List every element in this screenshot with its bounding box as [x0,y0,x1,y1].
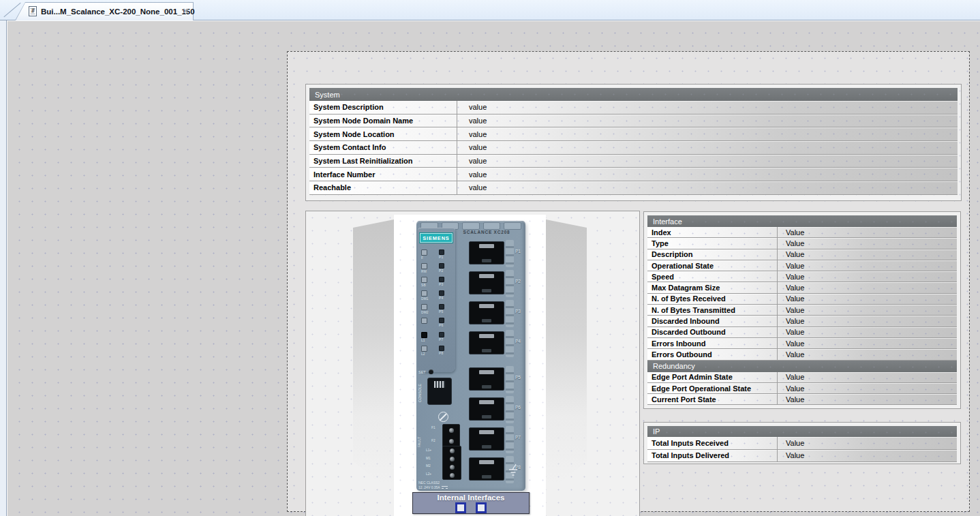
power-pin-label: M2 [426,464,431,468]
power-terminal-block [442,446,461,480]
device-model-label: SCALANCE XC208 [452,230,521,234]
interface-table-header: Interface [647,215,957,227]
port-led: P2 [439,263,444,275]
status-led: DM1 [421,290,429,303]
row-label: System Node Location [309,127,457,140]
status-led: L1 [421,332,429,344]
row-value: value [457,181,487,194]
port-label: P6 [515,405,521,410]
row-label: N. of Bytes Received [647,294,778,304]
row-label: Max Datagram Size [647,282,778,292]
internal-interface-port-2[interactable] [476,502,487,513]
internal-interface-port-1[interactable] [455,502,466,513]
rj45-port-column: P1 P2 [455,240,525,483]
status-led: F [421,249,429,262]
internal-interfaces-title: Internal Interfaces [413,494,529,502]
led-label: SB [421,283,426,288]
led-label: F [421,256,423,260]
table-row: Total Inputs Delivered Value [647,450,957,463]
ip-table-header: IP [647,426,957,437]
port-led: P5 [439,304,444,316]
photo-left-wing [353,219,394,494]
port-label: P5 [515,375,521,380]
row-label: Edge Port Admin State [647,372,778,382]
faceplate-editor-window: # Bui...M_Scalance_XC-200_None_001_150 ✕… [0,0,980,516]
dc-symbol-icon [442,486,448,489]
rating-text: NEC CLASS2 12..24V 0.35A [418,481,448,489]
row-value: Value [778,271,804,282]
faceplate-selection-bounds[interactable]: System System Description value System N… [287,51,970,512]
led-indicator-icon [439,346,444,351]
rj45-jack-icon [469,241,504,264]
rj45-port: P4 [455,330,525,357]
interface-table[interactable]: Interface Index Value Type Value [643,211,961,409]
led-indicator-icon [439,332,444,337]
tab-faceplate[interactable]: # Bui...M_Scalance_XC-200_None_001_150 ✕ [15,2,194,20]
svg-text:#: # [31,8,35,14]
ip-table[interactable]: IP Total Inputs Received Value Total Inp… [643,422,961,464]
led-label: RM [421,269,427,274]
rating-line2: 12..24V 0.35A [418,485,448,490]
table-row: Description Value [647,249,957,260]
led-indicator-icon [421,304,427,310]
row-value: value [457,141,487,154]
row-value: Value [778,349,804,359]
table-row: Interface Number value [309,168,958,181]
ground-symbol-icon [508,464,520,479]
led-label: P7 [439,337,443,342]
redundancy-table-header: Redundancy [647,361,957,372]
row-label: Index [647,227,778,237]
port-led-column: P1 P2 P3 [439,249,444,357]
led-indicator-icon [421,277,427,283]
port-latch-icon [506,300,514,327]
port-led: P1 [439,249,444,262]
row-label: Description [647,249,778,260]
rj45-jack-icon [469,457,504,481]
row-value: Value [778,338,804,348]
port-led: P4 [439,290,444,303]
row-value: Value [778,327,804,337]
rj45-jack-icon [469,271,504,294]
row-value: Value [778,227,804,237]
system-table-header: System [309,88,958,101]
editor-canvas[interactable]: System System Description value System N… [6,20,980,516]
internal-interfaces-bar: Internal Interfaces [412,492,530,514]
device-image-panel[interactable]: SCALANCE XC208 SIEMENS F [305,211,640,516]
system-table[interactable]: System System Description value System N… [305,84,962,201]
set-button-icon [429,369,433,374]
table-row: Discarded Outbound Value [647,327,957,338]
crossed-circle-icon [438,412,448,422]
console-label: CONSOLE [418,379,422,408]
power-pin-label: L1+ [426,449,431,452]
internal-interface-ports [413,502,529,513]
table-row: N. of Bytes Transmitted Value [647,305,957,316]
table-row: System Description value [309,101,958,115]
rj45-port: P6 [455,396,525,423]
tab-bar: # Bui...M_Scalance_XC-200_None_001_150 ✕ [0,0,980,20]
led-label: P5 [439,309,443,314]
rj45-jack-icon [469,301,504,324]
led-label: P2 [439,269,443,273]
rj45-port: P1 [455,240,525,267]
table-row: Operational State Value [647,260,957,271]
rj45-port: P3 [455,300,525,327]
port-label: P4 [515,339,521,344]
rj45-jack-icon [469,397,504,421]
table-row: System Node Domain Name value [309,115,958,128]
close-icon[interactable]: ✕ [183,7,189,15]
fault-pin-label: F2 [431,439,435,442]
port-latch-icon [506,396,514,423]
table-row: Index Value [647,227,957,238]
port-label: P2 [515,279,521,284]
led-indicator-icon [421,290,427,297]
row-label: Interface Number [309,168,457,181]
system-table-rows: System Description value System Node Dom… [309,101,958,195]
console-port-icon [427,378,452,405]
row-value: Value [778,282,804,292]
port-led: P3 [439,277,444,289]
led-indicator-icon [439,290,444,296]
row-value: Value [778,450,804,462]
port-latch-icon [506,426,514,453]
power-pin-labels: L1+M1M2L2+ [426,449,440,476]
row-label: System Last Reinitialization [309,155,457,168]
